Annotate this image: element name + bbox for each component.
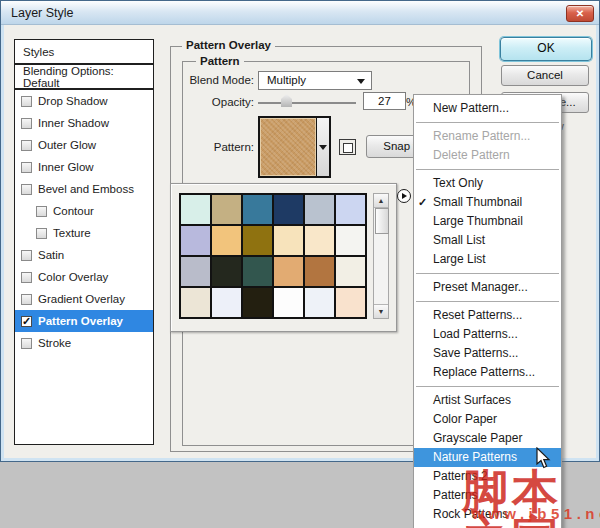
pattern-swatch[interactable] xyxy=(336,288,365,317)
inner-groupbox-title: Pattern xyxy=(196,55,244,67)
pattern-swatch[interactable] xyxy=(243,195,272,224)
pattern-thumbnail xyxy=(260,118,316,176)
opacity-input[interactable]: 27 xyxy=(363,92,406,110)
title-bar[interactable]: Layer Style xyxy=(1,1,599,25)
pattern-swatch[interactable] xyxy=(274,226,303,255)
menu-item[interactable]: Large Thumbnail xyxy=(414,212,561,231)
menu-item[interactable]: Color Paper xyxy=(414,410,561,429)
cancel-button[interactable]: Cancel xyxy=(501,65,589,86)
pattern-swatch[interactable] xyxy=(243,226,272,255)
dialog-title: Layer Style xyxy=(11,6,74,20)
pattern-swatch[interactable] xyxy=(305,257,334,286)
pattern-swatch[interactable] xyxy=(212,288,241,317)
scrollbar-thumb[interactable] xyxy=(375,208,389,234)
menu-item[interactable]: New Pattern... xyxy=(414,99,561,118)
style-list-item[interactable]: Styles xyxy=(15,40,153,65)
menu-item-label: Small Thumbnail xyxy=(433,195,522,209)
menu-item[interactable]: Large List xyxy=(414,250,561,269)
scroll-down-icon[interactable]: ▼ xyxy=(374,304,388,318)
pattern-swatch[interactable] xyxy=(212,257,241,286)
blend-mode-label: Blend Mode: xyxy=(170,74,254,86)
style-checkbox[interactable] xyxy=(21,294,32,305)
menu-item[interactable]: Reset Patterns... xyxy=(414,306,561,325)
style-list-item[interactable]: Bevel and Emboss xyxy=(15,178,153,200)
menu-item[interactable]: Small List xyxy=(414,231,561,250)
style-list-item[interactable]: Texture xyxy=(15,222,153,244)
groupbox-title: Pattern Overlay xyxy=(182,39,275,51)
style-list-item[interactable]: Gradient Overlay xyxy=(15,288,153,310)
style-checkbox[interactable] xyxy=(36,228,47,239)
menu-item[interactable]: Grayscale Paper xyxy=(414,429,561,448)
close-icon[interactable]: ✕ xyxy=(566,5,594,22)
style-list-item[interactable]: Satin xyxy=(15,244,153,266)
watermark-url: www.jb51.net xyxy=(472,505,600,522)
pattern-swatch[interactable] xyxy=(181,257,210,286)
pattern-swatch[interactable] xyxy=(305,226,334,255)
menu-item[interactable]: Save Patterns... xyxy=(414,344,561,363)
pattern-swatch[interactable] xyxy=(336,226,365,255)
menu-item[interactable]: Delete Pattern xyxy=(414,146,561,165)
swatch-scrollbar[interactable]: ▲ ▼ xyxy=(373,193,389,319)
pattern-swatch[interactable] xyxy=(243,257,272,286)
menu-item-label: Rename Pattern... xyxy=(433,129,530,143)
style-checkbox[interactable] xyxy=(21,316,32,327)
menu-item-label: Text Only xyxy=(433,176,483,190)
style-checkbox[interactable] xyxy=(21,338,32,349)
style-label: Drop Shadow xyxy=(38,95,108,107)
pattern-swatch[interactable] xyxy=(336,195,365,224)
pattern-swatch[interactable] xyxy=(212,226,241,255)
menu-separator xyxy=(416,386,559,387)
style-list-item[interactable]: Drop Shadow xyxy=(15,90,153,112)
pattern-swatch[interactable] xyxy=(181,226,210,255)
pattern-swatch[interactable] xyxy=(274,257,303,286)
style-list-item[interactable]: Color Overlay xyxy=(15,266,153,288)
mouse-cursor-icon xyxy=(536,447,551,473)
pattern-swatch[interactable] xyxy=(274,195,303,224)
pattern-swatch[interactable] xyxy=(274,288,303,317)
pattern-dropdown-arrow[interactable] xyxy=(316,118,329,176)
scroll-up-icon[interactable]: ▲ xyxy=(374,194,388,208)
menu-item-label: Replace Patterns... xyxy=(433,365,535,379)
pattern-preview-chip[interactable] xyxy=(258,116,331,178)
pattern-swatch[interactable] xyxy=(181,195,210,224)
style-checkbox[interactable] xyxy=(21,118,32,129)
menu-separator xyxy=(416,273,559,274)
menu-item[interactable]: Small Thumbnail xyxy=(414,193,561,212)
ok-button[interactable]: OK xyxy=(500,37,592,61)
menu-item[interactable]: Rename Pattern... xyxy=(414,127,561,146)
style-checkbox[interactable] xyxy=(21,162,32,173)
flyout-menu-icon[interactable] xyxy=(397,189,411,203)
pattern-swatch[interactable] xyxy=(181,288,210,317)
pattern-swatch[interactable] xyxy=(336,257,365,286)
menu-item[interactable]: Text Only xyxy=(414,174,561,193)
style-checkbox[interactable] xyxy=(21,250,32,261)
menu-item[interactable]: Preset Manager... xyxy=(414,278,561,297)
menu-item-label: Large Thumbnail xyxy=(433,214,523,228)
pattern-swatch[interactable] xyxy=(212,195,241,224)
style-list-item[interactable]: Blending Options: Default xyxy=(15,65,153,90)
blend-mode-select[interactable]: Multiply xyxy=(258,71,372,90)
menu-item-label: Nature Patterns xyxy=(433,450,517,464)
pattern-swatch[interactable] xyxy=(243,288,272,317)
style-list-item[interactable]: Inner Glow xyxy=(15,156,153,178)
style-list-item[interactable]: Pattern Overlay xyxy=(15,310,153,332)
style-list-item[interactable]: Contour xyxy=(15,200,153,222)
style-checkbox[interactable] xyxy=(21,184,32,195)
menu-item[interactable]: Replace Patterns... xyxy=(414,363,561,382)
opacity-slider-track[interactable] xyxy=(258,102,356,104)
style-checkbox[interactable] xyxy=(36,206,47,217)
menu-separator xyxy=(416,169,559,170)
style-list-item[interactable]: Stroke xyxy=(15,332,153,354)
pattern-swatch[interactable] xyxy=(305,288,334,317)
style-checkbox[interactable] xyxy=(21,272,32,283)
style-checkbox[interactable] xyxy=(21,140,32,151)
style-list-item[interactable]: Inner Shadow xyxy=(15,112,153,134)
menu-item[interactable]: Load Patterns... xyxy=(414,325,561,344)
menu-item-label: Save Patterns... xyxy=(433,346,518,360)
style-checkbox[interactable] xyxy=(21,96,32,107)
menu-item[interactable]: Artist Surfaces xyxy=(414,391,561,410)
pattern-label: Pattern: xyxy=(170,141,254,153)
pattern-swatch[interactable] xyxy=(305,195,334,224)
style-list-item[interactable]: Outer Glow xyxy=(15,134,153,156)
new-preset-icon[interactable] xyxy=(339,139,356,155)
